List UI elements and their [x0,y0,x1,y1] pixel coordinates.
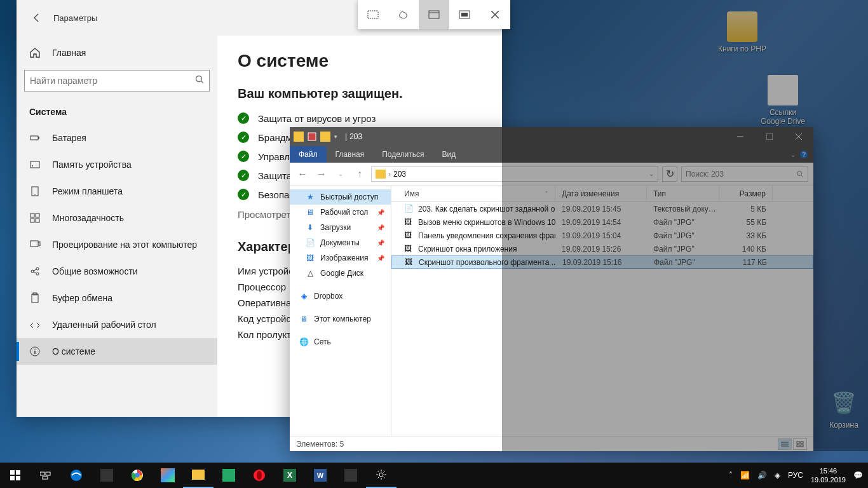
view-icons-button[interactable] [793,438,807,450]
tree-quick-access[interactable]: ★Быстрый доступ [290,189,391,205]
task-view-button[interactable] [31,463,61,488]
address-dropdown-icon[interactable]: ⌄ [649,170,654,177]
sidebar-section-system: Система [17,102,217,125]
nav-forward-button[interactable]: → [314,166,329,182]
view-details-button[interactable] [778,438,792,450]
ribbon-expand-icon[interactable]: ⌄ [790,151,796,158]
taskbar-edge[interactable] [61,463,92,488]
snip-freeform-button[interactable] [388,0,419,29]
tree-network[interactable]: 🌐Сеть [290,334,391,349]
qat-dropdown-icon[interactable]: ▾ [334,133,337,140]
ribbon-tab-view[interactable]: Вид [433,146,465,163]
tree-dropbox[interactable]: ◈Dropbox [290,288,391,304]
file-row[interactable]: 🖼Скриншот окна приложения19.09.2019 15:2… [391,242,813,255]
desktop-icon-books[interactable]: Книги по PHP [718,11,766,53]
svg-rect-36 [801,442,803,444]
taskbar-explorer[interactable] [183,463,214,488]
ribbon-tab-file[interactable]: Файл [290,146,327,163]
minimize-button[interactable] [726,127,755,146]
col-type[interactable]: Тип [647,186,719,201]
settings-search-input[interactable] [30,76,195,86]
sort-indicator-icon: ˄ [545,191,548,197]
pc-icon: 🖥 [299,314,309,324]
snip-window-button[interactable] [419,0,449,29]
tray-dropbox-icon[interactable]: ◈ [775,471,780,480]
about-icon [29,346,41,357]
col-date[interactable]: Дата изменения [555,186,647,201]
file-row[interactable]: 🖼Вызов меню скриншотов в Windows 1019.09… [391,215,813,229]
col-name[interactable]: Имя˄ [391,186,555,201]
sidebar-item-project[interactable]: Проецирование на этот компьютер [17,231,217,258]
document-icon [768,75,798,105]
start-button[interactable] [0,463,31,488]
taskbar-opera[interactable] [244,463,275,488]
sidebar-item-tablet[interactable]: Режим планшета [17,178,217,205]
taskbar-settings[interactable] [366,463,397,488]
tray-overflow-icon[interactable]: ˄ [729,471,733,480]
desktop-icon-gdrive-links[interactable]: Ссылки Google Drive [759,75,807,126]
ribbon-tab-share[interactable]: Поделиться [373,146,433,163]
svg-rect-12 [31,241,38,247]
taskbar-chrome[interactable] [122,463,153,488]
sidebar-item-shared[interactable]: Общие возможности [17,258,217,285]
remote-icon [29,319,41,330]
downloads-icon: ⬇ [305,222,315,233]
sidebar-item-clipboard[interactable]: Буфер обмена [17,285,217,311]
tree-pictures[interactable]: 🖼Изображения📌 [290,250,391,266]
tree-documents[interactable]: 📄Документы📌 [290,235,391,250]
file-icon: 🖼 [404,217,414,227]
tray-language[interactable]: РУС [788,471,803,480]
properties-icon[interactable] [308,132,316,141]
svg-rect-40 [429,11,439,18]
help-icon[interactable]: ? [799,150,808,159]
sidebar-item-multitask[interactable]: Многозадачность [17,205,217,231]
svg-text:?: ? [802,151,806,158]
taskbar-word[interactable]: W [305,463,336,488]
tray-clock[interactable]: 15:46 19.09.2019 [811,466,846,484]
tray-notifications-icon[interactable]: 💬 [853,471,863,480]
file-row[interactable]: 📄203. Как сделать скриншот заданной о...… [391,202,813,215]
taskbar-paint[interactable] [153,463,183,488]
snip-close-button[interactable] [480,0,510,29]
sidebar-item-battery[interactable]: Батарея [17,125,217,151]
sidebar-item-storage[interactable]: Память устройства [17,151,217,178]
sidebar-item-about[interactable]: О системе [17,338,217,365]
close-button[interactable] [784,127,813,146]
col-size[interactable]: Размер [719,186,773,201]
tree-desktop[interactable]: 🖥Рабочий стол📌 [290,205,391,220]
nav-up-button[interactable]: ↑ [352,166,367,182]
snip-rect-button[interactable] [358,0,388,29]
file-row[interactable]: 🖼Скриншот произвольного фрагмента ...19.… [391,255,813,269]
taskbar-app1[interactable] [92,463,122,488]
breadcrumb-current[interactable]: 203 [393,170,406,179]
svg-rect-37 [797,445,799,447]
nav-recent-dropdown[interactable]: ⌄ [333,166,348,182]
explorer-titlebar[interactable]: ▾ |203 [290,127,813,146]
taskbar-app3[interactable] [336,463,366,488]
taskbar-app2[interactable] [214,463,244,488]
ribbon-tab-home[interactable]: Главная [327,146,374,163]
svg-point-7 [34,194,36,195]
svg-rect-2 [31,136,38,140]
security-subheading: Ваш компьютер защищен. [238,86,482,101]
file-row[interactable]: 🖼Панель уведомления сохранения фраг...19… [391,229,813,242]
maximize-button[interactable] [755,127,784,146]
tree-this-pc[interactable]: 🖥Этот компьютер [290,311,391,327]
back-button[interactable] [27,8,47,28]
taskbar-excel[interactable]: X [275,463,305,488]
snip-fullscreen-button[interactable] [449,0,480,29]
tree-downloads[interactable]: ⬇Загрузки📌 [290,220,391,235]
tray-wifi-icon[interactable]: 📶 [740,471,750,480]
sidebar-home[interactable]: Главная [17,41,217,65]
refresh-button[interactable]: ↻ [662,166,677,182]
nav-back-button[interactable]: ← [295,166,310,182]
tray-volume-icon[interactable]: 🔊 [757,471,767,480]
sidebar-item-remote[interactable]: Удаленный рабочий стол [17,311,217,338]
tree-gdrive[interactable]: △Google Диск [290,266,391,281]
address-bar[interactable]: › 203 ⌄ [371,166,658,182]
desktop-icon-recycle-bin[interactable]: 🗑️ Корзина [820,388,868,430]
project-icon [29,239,41,250]
explorer-search[interactable]: Поиск: 203 [681,166,808,182]
home-icon [29,47,41,58]
settings-search[interactable] [24,70,210,92]
